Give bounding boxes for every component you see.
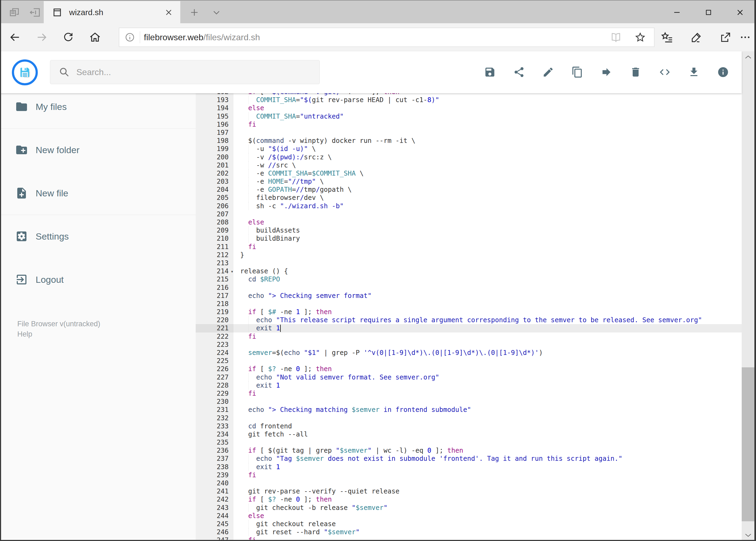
browser-tab[interactable]: wizard.sh	[44, 1, 180, 24]
line-number: 215	[196, 275, 233, 283]
page-scrollbar[interactable]	[742, 51, 754, 541]
code-line: 200 -v /$(pwd):/src:z \	[196, 153, 742, 161]
web-note-button[interactable]	[685, 23, 707, 51]
code-text: -e GOPATH=//tmp/gopath \	[233, 186, 742, 194]
new-tab-button[interactable]	[186, 1, 203, 24]
sidebar-item-label: My files	[36, 102, 67, 112]
tab-preview-icon[interactable]	[6, 1, 23, 24]
search-box[interactable]	[50, 60, 320, 84]
sidebar-item-label: Logout	[36, 274, 64, 285]
code-text: if [ $# -ne 1 ]; then	[233, 308, 742, 316]
refresh-button[interactable]	[58, 23, 79, 51]
code-text: COMMIT_SHA="untracked"	[233, 112, 742, 121]
code-text: buildAssets	[233, 226, 742, 235]
code-text: exit 1	[233, 463, 742, 471]
code-line: 197	[196, 129, 742, 137]
code-line: 207	[196, 210, 742, 218]
line-number: 195	[196, 112, 233, 121]
share-file-button[interactable]	[510, 64, 528, 81]
save-button[interactable]	[481, 64, 499, 81]
line-number: 238	[196, 463, 233, 471]
line-number: 198	[196, 137, 233, 145]
code-line: 241 git rev-parse --verify --quiet relea…	[196, 487, 742, 495]
reading-view-icon[interactable]	[610, 32, 622, 43]
fold-arrow-icon[interactable]: ▾	[231, 268, 233, 275]
text-cursor	[280, 325, 281, 332]
window-minimize-button[interactable]	[665, 1, 689, 24]
scroll-down-icon[interactable]	[742, 529, 754, 541]
code-line: 245 git checkout release	[196, 520, 742, 528]
hub-favorites-button[interactable]	[656, 23, 678, 51]
favorite-star-button[interactable]	[634, 32, 646, 43]
sidebar-item-my-files[interactable]: My files	[0, 91, 196, 123]
scroll-up-icon[interactable]	[742, 51, 754, 63]
line-number: 205	[196, 194, 233, 202]
code-line: 230	[196, 397, 742, 406]
code-text: git reset --hard "$semver"	[233, 528, 742, 536]
code-text: echo "Not valid semver format. See semve…	[233, 373, 742, 381]
folder-icon	[15, 100, 28, 113]
code-line: 215 cd $REPO	[196, 275, 742, 283]
line-number: 211	[196, 243, 233, 251]
line-number: 194	[196, 104, 233, 112]
site-info-icon[interactable]	[125, 32, 135, 42]
code-line: 240	[196, 479, 742, 487]
line-number: 221	[196, 324, 233, 332]
info-button[interactable]	[714, 64, 732, 81]
code-line: 196 fi	[196, 121, 742, 129]
download-button[interactable]	[685, 64, 702, 81]
line-number: 200	[196, 153, 233, 161]
code-line: 192 if [ "$(command -v git)" != "" ]; th…	[196, 93, 742, 96]
code-line: 209 buildAssets	[196, 226, 742, 235]
move-button[interactable]	[598, 64, 615, 81]
code-line: 243 git checkout -b release "$semver"	[196, 504, 742, 512]
line-number: 240	[196, 479, 233, 487]
share-button[interactable]	[715, 23, 736, 51]
delete-button[interactable]	[627, 64, 644, 81]
set-tabs-aside-icon[interactable]	[27, 1, 43, 24]
line-number: 242	[196, 495, 233, 503]
window-border-right	[754, 0, 756, 541]
code-line: 201 -w //src \	[196, 161, 742, 169]
forward-button[interactable]	[31, 23, 53, 51]
tab-list-dropdown[interactable]	[208, 1, 225, 24]
help-link[interactable]: Help	[17, 329, 32, 339]
line-number: 192	[196, 93, 233, 96]
back-button[interactable]	[4, 23, 26, 51]
filebrowser-logo[interactable]	[12, 59, 38, 85]
line-number: 245	[196, 520, 233, 528]
sidebar-item-new-file[interactable]: New file	[0, 177, 196, 209]
search-input[interactable]	[76, 67, 293, 78]
sidebar-item-new-folder[interactable]: New folder	[0, 134, 196, 166]
home-button[interactable]	[84, 23, 106, 51]
more-options-button[interactable]	[736, 23, 755, 51]
tab-close-icon[interactable]	[165, 8, 173, 16]
line-number: 222	[196, 332, 233, 340]
sidebar-item-logout[interactable]: Logout	[0, 264, 196, 296]
edit-button[interactable]	[540, 64, 557, 81]
window-maximize-button[interactable]	[696, 1, 721, 24]
url-bar[interactable]: filebrowser.web/files/wizard.sh	[119, 28, 654, 47]
code-text: else	[233, 218, 742, 226]
sidebar-item-settings[interactable]: Settings	[0, 220, 196, 253]
copy-button[interactable]	[569, 64, 586, 81]
code-line: 231 echo "> Checking matching $semver in…	[196, 406, 742, 414]
code-text: filebrowser/dev \	[233, 194, 742, 202]
code-text: -e COMMIT_SHA=$COMMIT_SHA \	[233, 169, 742, 178]
code-line: 229 fi	[196, 389, 742, 397]
url-host: filebrowser.web	[144, 32, 203, 42]
window-close-button[interactable]	[728, 1, 752, 24]
tab-title: wizard.sh	[69, 8, 104, 17]
line-number: 223	[196, 340, 233, 349]
code-line: 228 exit 1	[196, 381, 742, 389]
code-line: 224 semver=$(echo "$1" | grep -P '^v(0|[…	[196, 349, 742, 357]
scrollbar-thumb[interactable]	[742, 367, 754, 521]
code-text: if [ $? -ne 0 ]; then	[233, 495, 742, 503]
code-line: 227 echo "Not valid semver format. See s…	[196, 373, 742, 381]
code-text: git checkout -b release "$semver"	[233, 504, 742, 512]
code-view-button[interactable]	[656, 64, 673, 81]
code-editor[interactable]: 192 if [ "$(command -v git)" != "" ]; th…	[196, 93, 742, 541]
code-text: sh -c "./wizard.sh -b"	[233, 202, 742, 210]
code-text	[233, 259, 742, 267]
code-text: echo "Tag $semver does not exist in subm…	[233, 455, 742, 463]
